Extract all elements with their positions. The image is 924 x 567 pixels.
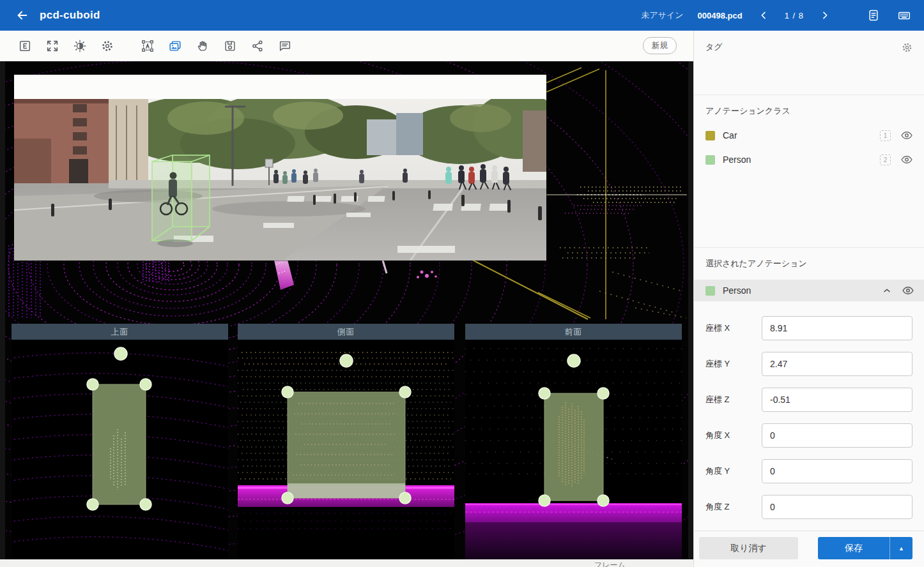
coord-y-input[interactable] (762, 352, 912, 376)
class-visibility-toggle-person[interactable] (900, 153, 914, 167)
ortho-view-top[interactable]: 上面 (12, 324, 228, 559)
fullscreen-button[interactable] (43, 36, 62, 56)
next-frame-button[interactable] (818, 8, 832, 22)
hand-icon (196, 39, 210, 53)
selected-annotation-label: Person (723, 285, 881, 296)
ortho-view-top-title: 上面 (12, 324, 228, 340)
annotation-sidebar: タグ アノテーションクラス Car 1 Person 2 選択された (693, 31, 924, 567)
brightness-button[interactable] (70, 36, 89, 56)
ortho-top-canvas (12, 340, 228, 559)
ortho-view-front[interactable]: 前面 (465, 324, 682, 559)
field-row-coord-x: 座標 X (694, 310, 924, 346)
document-list-icon (867, 9, 880, 22)
selected-visibility-toggle[interactable] (901, 284, 915, 298)
keyboard-shortcuts-button[interactable] (896, 7, 912, 24)
image-overlay-icon (168, 39, 182, 53)
field-row-angle-y: 角度 Y (694, 453, 924, 489)
field-label-coord-x: 座標 X (705, 322, 762, 334)
floppy-save-icon (223, 39, 237, 53)
share-icon (250, 39, 265, 53)
chevron-right-icon (820, 10, 830, 20)
selected-annotation-row[interactable]: Person (694, 280, 924, 301)
app-header: pcd-cuboid 未アサイン 000498.pcd 1 / 8 (0, 0, 924, 31)
field-row-angle-z: 角度 Z (694, 489, 924, 525)
coord-x-input[interactable] (762, 316, 912, 340)
field-row-angle-x: 角度 X (694, 418, 924, 453)
edit-mode-button[interactable] (15, 36, 35, 56)
tag-settings-button[interactable] (900, 40, 914, 54)
frame-label: フレーム (594, 560, 626, 567)
class-label-person: Person (723, 155, 880, 165)
class-label-car: Car (723, 130, 880, 140)
field-row-coord-y: 座標 Y (694, 346, 924, 382)
frame-bar: フレーム (0, 559, 693, 567)
new-annotation-button[interactable]: 新規 (643, 37, 677, 54)
viewer-stage: 上面 (0, 61, 693, 559)
page-title: pcd-cuboid (40, 9, 100, 22)
camera-image-overlay[interactable] (14, 75, 546, 261)
app-window: pcd-cuboid 未アサイン 000498.pcd 1 / 8 (0, 0, 924, 567)
share-button[interactable] (248, 36, 267, 56)
field-row-coord-z: 座標 Z (694, 382, 924, 418)
angle-y-input[interactable] (762, 459, 912, 483)
ortho-side-canvas (238, 340, 454, 559)
pagination-indicator: 1 / 8 (785, 11, 804, 20)
annotation-class-title: アノテーションクラス (694, 95, 924, 123)
ortho-front-canvas (465, 340, 682, 559)
class-color-swatch-person (705, 155, 715, 165)
camera-photo (14, 99, 546, 261)
selected-color-swatch (705, 286, 715, 296)
class-visibility-toggle-car[interactable] (900, 128, 914, 142)
class-row-car[interactable]: Car 1 (694, 123, 924, 147)
save-snapshot-button[interactable] (220, 36, 240, 56)
brightness-icon (73, 39, 87, 53)
comment-icon (278, 39, 292, 53)
eye-icon (902, 284, 914, 297)
selected-annotation-title: 選択されたアノテーション (694, 248, 924, 276)
save-button[interactable]: 保存 ▲ (818, 537, 912, 559)
assignee-status: 未アサイン (641, 10, 683, 21)
arrow-left-icon (15, 8, 29, 22)
camera-overlay-margin (14, 75, 546, 99)
settings-button[interactable] (98, 36, 117, 56)
sidebar-footer: 取り消す 保存 ▲ (694, 531, 924, 567)
select-annotation-tool[interactable] (138, 36, 157, 56)
save-options-caret[interactable]: ▲ (889, 537, 912, 559)
ortho-view-front-title: 前面 (465, 324, 682, 340)
keyboard-icon (897, 8, 911, 22)
ortho-view-side[interactable]: 側面 (238, 324, 454, 559)
class-row-person[interactable]: Person 2 (694, 147, 924, 172)
field-label-coord-y: 座標 Y (705, 358, 762, 370)
gear-icon (901, 42, 913, 54)
class-color-swatch-car (705, 131, 715, 140)
field-label-coord-z: 座標 Z (705, 394, 762, 405)
class-shortcut-badge-person: 2 (880, 155, 891, 165)
fullscreen-icon (45, 39, 59, 53)
gear-icon (100, 39, 114, 53)
field-label-angle-y: 角度 Y (705, 465, 762, 477)
current-filename: 000498.pcd (698, 11, 743, 20)
point-cloud-main-view[interactable]: 上面 (5, 61, 688, 559)
viewer-toolbar: 新規 (0, 31, 693, 61)
back-button[interactable] (10, 3, 35, 27)
angle-x-input[interactable] (762, 423, 912, 448)
cancel-button[interactable]: 取り消す (699, 537, 798, 559)
pan-tool-button[interactable] (193, 36, 212, 56)
image-overlay-toggle[interactable] (166, 36, 185, 56)
collapse-annotation-button[interactable] (881, 284, 893, 297)
field-label-angle-x: 角度 X (705, 430, 762, 441)
document-list-button[interactable] (865, 7, 882, 24)
edit-mode-icon (18, 39, 32, 53)
comment-button[interactable] (275, 36, 295, 56)
field-label-angle-z: 角度 Z (705, 501, 762, 513)
angle-z-input[interactable] (762, 495, 912, 519)
ortho-view-side-title: 側面 (238, 324, 454, 340)
prev-frame-button[interactable] (757, 8, 771, 22)
coord-z-input[interactable] (762, 388, 912, 412)
chevron-up-icon (882, 285, 892, 296)
eye-icon (900, 129, 913, 142)
eye-icon (900, 153, 913, 166)
save-button-label: 保存 (818, 543, 889, 554)
select-annotation-icon (141, 39, 155, 53)
chevron-left-icon (758, 10, 769, 20)
